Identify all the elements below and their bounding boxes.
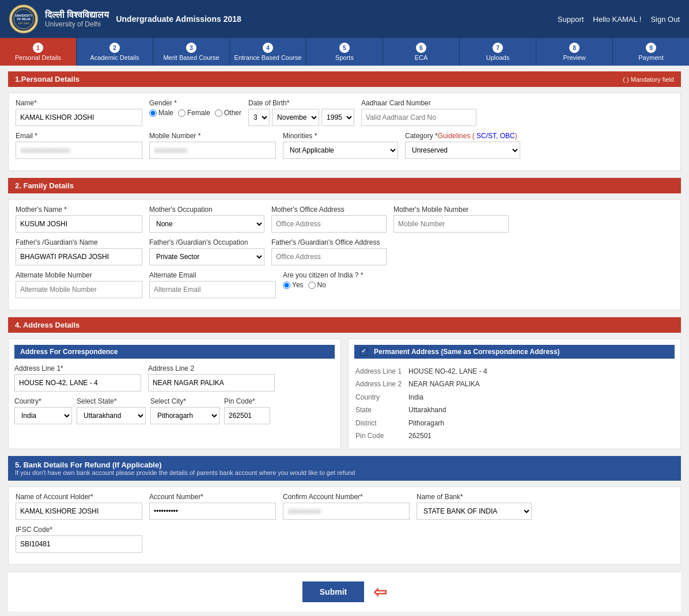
permanent-checkbox[interactable] (360, 348, 368, 356)
tab-entrance-based[interactable]: 4 Entrance Based Course (230, 38, 306, 66)
fathers-office-input[interactable] (271, 248, 387, 265)
citizen-no-radio[interactable] (308, 282, 316, 289)
city-select[interactable]: Pithoragarh (150, 407, 219, 424)
university-name: दिल्ली विश्वविद्यालय University of Delhi (45, 10, 109, 28)
perm-district-row: District Pithoragarh (355, 417, 673, 429)
category-select[interactable]: Unreserved (405, 142, 520, 159)
mandatory-note: ( ) Mandatory field (623, 76, 674, 83)
tab-sports[interactable]: 5 Sports (306, 38, 383, 66)
correspondence-header: Address For Correspondence (14, 345, 335, 359)
permanent-address-box: Permanent Address (Same as Correspondenc… (348, 339, 681, 449)
country-group: Country* India (14, 397, 72, 424)
signout-link[interactable]: Sign Out (650, 15, 680, 24)
addr1-label: Address Line 1* (14, 364, 141, 372)
state-select[interactable]: Uttarakhand (77, 407, 146, 424)
svg-text:OF DELHI: OF DELHI (17, 17, 31, 21)
alt-mobile-input[interactable] (16, 281, 142, 298)
confirm-account-input[interactable] (283, 503, 410, 520)
tab-label-5: Sports (335, 54, 354, 61)
perm-addr1-value: HOUSE NO-42, LANE - 4 (408, 366, 673, 377)
addr2-input[interactable] (148, 374, 275, 391)
account-holder-group: Name of Account Holder* (16, 493, 142, 520)
tab-label-9: Payment (638, 54, 663, 61)
mothers-occ-select[interactable]: None (149, 215, 264, 233)
account-number-input[interactable] (149, 503, 276, 520)
gender-other-radio[interactable] (215, 109, 222, 117)
gender-male-radio[interactable] (149, 109, 157, 117)
mobile-input[interactable] (149, 142, 276, 159)
dob-year-select[interactable]: 1995 (321, 109, 354, 126)
fathers-name-input[interactable] (16, 248, 142, 265)
pincode-label: Pin Code* (224, 397, 270, 405)
aadhaar-group: Aadhaar Card Number (361, 99, 476, 126)
name-group: Name* (16, 99, 142, 126)
gender-other-label[interactable]: Other (215, 109, 241, 117)
tab-label-7: Uploads (486, 54, 509, 61)
mobile-label: Mobile Number * (149, 132, 276, 140)
confirm-account-label: Confirm Account Number* (283, 493, 410, 501)
mothers-mobile-input[interactable] (393, 215, 509, 233)
family-details-box: Mother's Name * Mother's Occupation None… (8, 199, 681, 310)
mothers-office-input[interactable] (271, 215, 387, 233)
tab-preview[interactable]: 8 Preview (536, 38, 613, 66)
citizen-label: Are you citizen of India ? * (283, 271, 363, 279)
tab-payment[interactable]: 9 Payment (613, 38, 689, 66)
gender-female-label[interactable]: Female (178, 109, 210, 117)
tab-num-4: 4 (263, 43, 273, 53)
aadhaar-input[interactable] (361, 109, 476, 126)
gender-label: Gender * (149, 99, 241, 107)
account-number-group: Account Number* (149, 493, 276, 520)
perm-addr1-label: Address Line 1 (355, 366, 407, 377)
tab-num-6: 6 (416, 43, 426, 53)
tab-label-1: Personal Details (15, 54, 61, 61)
bank-name-select[interactable]: STATE BANK OF INDIA (417, 503, 532, 520)
permanent-address-info: Address Line 1 HOUSE NO-42, LANE - 4 Add… (354, 364, 675, 443)
tab-personal-details[interactable]: 1 Personal Details (0, 38, 77, 66)
mothers-name-label: Mother's Name * (16, 206, 142, 214)
gender-female-radio[interactable] (178, 109, 186, 117)
pincode-input[interactable] (224, 407, 270, 424)
ifsc-input[interactable] (16, 535, 142, 553)
mothers-occ-group: Mother's Occupation None (149, 206, 264, 233)
tab-eca[interactable]: 6 ECA (383, 38, 460, 66)
personal-row-2: Email * Mobile Number * Minorities * Not… (16, 132, 673, 159)
correspondence-header-label: Address For Correspondence (20, 348, 118, 356)
minorities-select[interactable]: Not Applicable (283, 142, 398, 159)
state-label: Select State* (77, 397, 146, 405)
dob-day-select[interactable]: 3 (248, 109, 270, 126)
tab-label-3: Merit Based Course (163, 54, 219, 61)
account-holder-input[interactable] (16, 503, 142, 520)
header-right: Support Hello KAMAL ! Sign Out (558, 15, 680, 24)
fathers-occ-label: Father's /Guardian's Occupation (149, 238, 264, 246)
gender-group: Gender * Male Female Other (149, 99, 241, 126)
fathers-office-label: Father's /Guardian's Office Address (271, 238, 387, 246)
gender-male-label[interactable]: Male (149, 109, 173, 117)
fathers-occ-select[interactable]: Private Sector (149, 248, 264, 265)
dob-month-select[interactable]: Novembe (272, 109, 319, 126)
personal-section-title: 1.Personal Details (15, 75, 80, 83)
addr1-input[interactable] (14, 374, 141, 391)
email-input[interactable] (16, 142, 142, 159)
country-select[interactable]: India (14, 407, 72, 424)
citizen-yes-label[interactable]: Yes (283, 281, 304, 289)
name-input[interactable] (16, 109, 142, 126)
city-label: Select City* (150, 397, 219, 405)
tab-uploads[interactable]: 7 Uploads (460, 38, 536, 66)
tab-label-2: Academic Details (90, 54, 139, 61)
tab-num-7: 7 (493, 43, 503, 53)
support-link[interactable]: Support (558, 15, 584, 24)
tab-num-1: 1 (33, 43, 43, 53)
aadhaar-label: Aadhaar Card Number (361, 99, 476, 107)
pincode-group: Pin Code* (224, 397, 270, 424)
dob-group: Date of Birth* 3 Novembe 1995 (248, 99, 354, 126)
submit-button[interactable]: Submit (302, 581, 364, 602)
tab-academic-details[interactable]: 2 Academic Details (77, 38, 153, 66)
citizen-no-label[interactable]: No (308, 281, 326, 289)
alt-email-input[interactable] (149, 281, 276, 298)
mothers-name-input[interactable] (16, 215, 142, 233)
dob-inputs: 3 Novembe 1995 (248, 109, 354, 126)
tab-merit-based[interactable]: 3 Merit Based Course (153, 38, 230, 66)
citizen-yes-radio[interactable] (283, 282, 290, 289)
addr2-label: Address Line 2 (148, 364, 275, 372)
perm-district-value: Pithoragarh (408, 417, 673, 429)
